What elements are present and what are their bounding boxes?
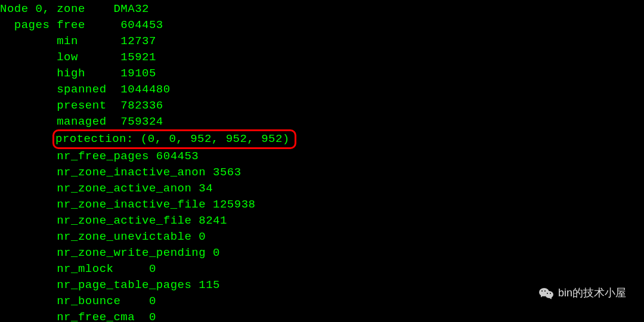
- terminal-line: pages free 604453: [0, 17, 644, 33]
- terminal-line: managed 759324: [0, 114, 644, 130]
- terminal-line: nr_zone_unevictable 0: [0, 229, 644, 245]
- wechat-icon: [539, 287, 555, 300]
- terminal-line: nr_zone_write_pending 0: [0, 245, 644, 261]
- protection-line: protection: (0, 0, 952, 952, 952): [52, 129, 296, 149]
- watermark: bin的技术小屋: [539, 285, 626, 301]
- terminal-line: Node 0, zone DMA32: [0, 1, 644, 17]
- terminal-line: min 12737: [0, 33, 644, 49]
- terminal-line: nr_mlock 0: [0, 261, 644, 277]
- terminal-line: present 782336: [0, 98, 644, 114]
- highlighted-line-container: protection: (0, 0, 952, 952, 952): [0, 130, 644, 148]
- terminal-line: high 19105: [0, 66, 644, 82]
- terminal-line: spanned 1044480: [0, 82, 644, 98]
- terminal-line: nr_free_pages 604453: [0, 148, 644, 165]
- watermark-text: bin的技术小屋: [558, 285, 626, 301]
- terminal-line: nr_zone_inactive_file 125938: [0, 197, 644, 213]
- terminal-output: Node 0, zone DMA32 pages free 604453 min…: [0, 1, 644, 322]
- terminal-line: nr_zone_inactive_anon 3563: [0, 165, 644, 181]
- terminal-line: nr_free_cma 0: [0, 309, 644, 322]
- terminal-line: nr_zone_active_anon 34: [0, 181, 644, 197]
- terminal-line: nr_zone_active_file 8241: [0, 213, 644, 229]
- terminal-line: low 15921: [0, 49, 644, 66]
